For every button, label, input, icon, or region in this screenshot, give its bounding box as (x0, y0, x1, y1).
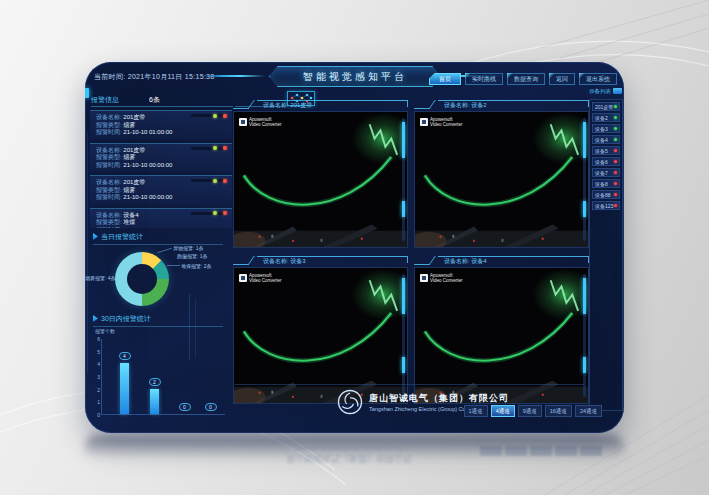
device-label: 设备3 (595, 126, 608, 132)
alarm-count-badge: 6条 (149, 95, 160, 105)
bar-value-badge: 0 (179, 403, 191, 411)
device-label: 设备8 (595, 181, 608, 187)
dashboard-window: 当前时间: 2021年10月11日 15:15:38 智能视觉感知平台 首页 实… (85, 62, 624, 433)
video-title-label: 设备名称: (444, 102, 470, 108)
video-screen: Apowersoft Video Converter (233, 111, 408, 248)
channel-button[interactable]: 9通道 (518, 405, 542, 417)
company-logo-icon (337, 389, 363, 415)
device-label: 设备2 (595, 115, 608, 121)
device-list-tab[interactable] (613, 88, 622, 94)
video-watermark: Apowersoft Video Converter (420, 273, 462, 283)
device-list-panel: 设备列表 201皮带 设备2 设备3 设备4 设备5 设备6 设备7 设备8 设… (589, 86, 623, 415)
device-list-item[interactable]: 设备2 (592, 113, 620, 122)
device-list-item[interactable]: 201皮带 (592, 102, 620, 111)
device-label: 设备6 (595, 159, 608, 165)
edge-line (87, 132, 88, 373)
alarm-level-gauge (191, 114, 227, 117)
alarm-time: 21-10-10 00:00:00 (123, 162, 172, 168)
header-decor-line (203, 75, 265, 77)
device-label: 设备4 (595, 137, 608, 143)
video-tile-3[interactable]: 设备名称: 设备3 Apowersoft Video Con (233, 254, 408, 404)
channel-button[interactable]: 1通道 (464, 405, 488, 417)
video-header: 设备名称: 设备4 (414, 254, 589, 267)
alarm-card[interactable]: 设备名称: 201皮带 报警类型: 烟雾 报警时间: 21-10-10 01:0… (90, 110, 232, 140)
device-list-item[interactable]: 设备6 (592, 157, 620, 166)
video-tile-2[interactable]: 设备名称: 设备2 Apowersoft Video Con (414, 98, 589, 248)
device-name: 设备4 (123, 212, 138, 218)
watermark-icon (239, 274, 247, 282)
device-list-item[interactable]: 设备5 (592, 146, 620, 155)
video-header: 设备名称: 设备3 (233, 254, 408, 267)
watermark-icon (420, 118, 428, 126)
y-tick: 5 (94, 349, 100, 355)
device-list-item[interactable]: 设备3 (592, 124, 620, 133)
device-list-item[interactable]: 设备4 (592, 135, 620, 144)
scrollbar-segment (402, 357, 405, 373)
y-tick: 3 (94, 374, 100, 380)
alarm-type: 烟雾 (123, 122, 135, 128)
field-label: 设备名称: (96, 179, 122, 185)
channel-button[interactable]: 24通道 (575, 405, 602, 417)
video-title-label: 设备名称: (444, 258, 470, 264)
device-status-dot (614, 171, 617, 174)
donut-label: 堆煤报警: 2条 (181, 263, 212, 269)
video-frame (415, 112, 588, 247)
device-status-dot (614, 138, 617, 141)
scrollbar-segment (583, 201, 586, 217)
nav-button[interactable]: 退出系统 (579, 73, 617, 85)
device-list: 201皮带 设备2 设备3 设备4 设备5 设备6 设备7 设备8 设备88 设… (589, 99, 623, 411)
bar-value-badge: 2 (149, 378, 161, 386)
alarm-type: 烟雾 (123, 154, 135, 160)
watermark-line2: Video Converter (430, 278, 462, 283)
video-device-name: 设备4 (471, 258, 486, 264)
device-status-dot (614, 160, 617, 163)
watermark-line2: Video Converter (249, 278, 281, 283)
y-tick: 6 (94, 336, 100, 342)
donut-leader-line (157, 248, 172, 254)
watermark-icon (239, 118, 247, 126)
device-label: 设备123 (595, 203, 613, 209)
nav-button[interactable]: 返回 (549, 73, 575, 85)
video-title-label: 设备名称: (263, 258, 289, 264)
today-stats-title: 当日报警统计 (93, 232, 143, 242)
channel-button[interactable]: 16通道 (545, 405, 572, 417)
scrollbar-segment (402, 122, 405, 158)
video-device-name: 设备3 (290, 258, 305, 264)
device-name: 201皮带 (123, 147, 145, 153)
channel-switcher: 1通道 4通道 9通道 16通道 24通道 (464, 405, 602, 417)
device-status-dot (614, 182, 617, 185)
scrollbar-segment (583, 278, 586, 314)
donut-chart (115, 252, 169, 306)
top-nav: 首页 实时曲线 数据查询 返回 退出系统 (429, 73, 617, 85)
alarm-card[interactable]: 设备名称: 设备4 报警类型: 堆煤 报警时间: 21-10-10 00:00:… (90, 208, 232, 229)
channel-button[interactable]: 4通道 (491, 405, 515, 417)
company-name-cn: 唐山智诚电气（集团）有限公司 (369, 392, 509, 405)
nav-button[interactable]: 实时曲线 (465, 73, 503, 85)
field-label: 设备名称: (96, 114, 122, 120)
field-label: 设备名称: (96, 147, 122, 153)
nav-button[interactable]: 首页 (429, 73, 461, 85)
video-tile-4[interactable]: 设备名称: 设备4 Apowersoft Video Con (414, 254, 589, 404)
alarm-card[interactable]: 设备名称: 201皮带 报警类型: 烟雾 报警时间: 21-10-10 00:0… (90, 143, 232, 173)
device-list-item[interactable]: 设备88 (592, 190, 620, 199)
watermark-line2: Video Converter (249, 122, 281, 127)
device-label: 设备7 (595, 170, 608, 176)
device-list-item[interactable]: 设备7 (592, 168, 620, 177)
video-frame (234, 112, 407, 247)
video-tile-1[interactable]: 设备名称: 201皮带 Apowersoft Video C (233, 98, 408, 248)
alarm-type: 烟雾 (123, 187, 135, 193)
alarm-card[interactable]: 设备名称: 201皮带 报警类型: 烟雾 报警时间: 21-10-10 00:0… (90, 175, 232, 205)
bar-coalpile (150, 389, 159, 414)
device-list-item[interactable]: 设备8 (592, 179, 620, 188)
field-label: 报警时间: (96, 162, 122, 168)
donut-label: 异物报警: 1条 (173, 245, 204, 251)
device-list-item[interactable]: 设备123 (592, 201, 620, 210)
nav-button[interactable]: 数据查询 (507, 73, 545, 85)
device-list-title: 设备列表 (589, 88, 611, 95)
donut-leader-line (167, 265, 180, 266)
bar-smoke (120, 363, 129, 414)
y-tick: 4 (94, 361, 100, 367)
video-device-name: 设备2 (471, 102, 486, 108)
donut-label: 跑偏报警: 1条 (177, 253, 208, 259)
donut-label: 烟雾报警: 4条 (85, 275, 116, 281)
